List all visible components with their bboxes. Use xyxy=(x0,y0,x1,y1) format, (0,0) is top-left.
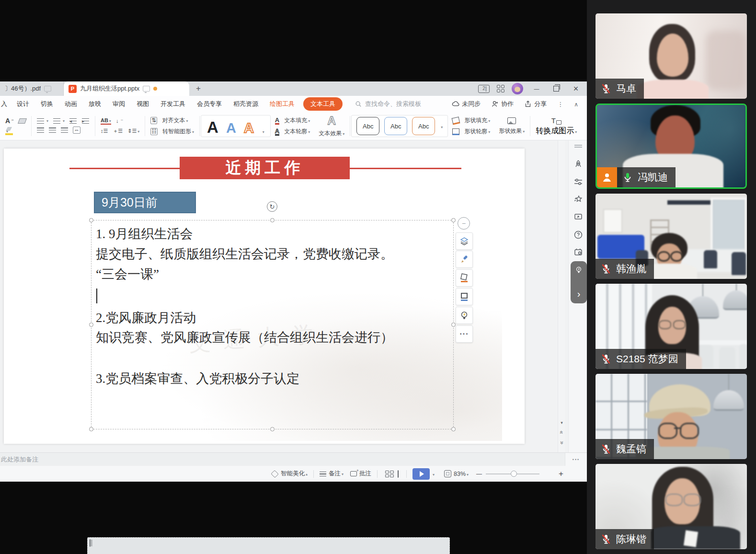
justify-button[interactable] xyxy=(61,127,68,133)
zoom-level[interactable]: 83% xyxy=(454,471,469,477)
spacing-options-button[interactable]: ⇕☰ xyxy=(127,128,139,134)
vertical-scrollbar[interactable] xyxy=(558,140,565,452)
fit-slide-button[interactable]: 83% xyxy=(444,470,469,477)
slide-canvas[interactable]: 交通大学 近期工作 9月30日前 1. 9月组织生活会 提交电子、 xyxy=(0,140,587,452)
zoom-in-button[interactable] xyxy=(559,469,563,479)
close-button[interactable] xyxy=(570,84,582,94)
command-search[interactable]: 查找命令、搜索模板 xyxy=(355,100,421,108)
resize-handle[interactable] xyxy=(451,427,456,431)
resize-handle[interactable] xyxy=(270,218,275,222)
shape-outline-button[interactable]: 形状轮廓 xyxy=(464,127,490,136)
notes-placeholder[interactable]: 此处添加备注 xyxy=(0,455,38,464)
pages-view-icon[interactable]: 2 xyxy=(478,85,490,93)
layers-button[interactable] xyxy=(456,232,473,250)
collapse-ribbon-icon[interactable] xyxy=(570,101,582,108)
brush-button[interactable] xyxy=(456,251,473,268)
resize-handle[interactable] xyxy=(451,218,456,222)
resize-handle[interactable] xyxy=(89,427,93,431)
menu-item-transition[interactable]: 切换 xyxy=(35,100,59,108)
align-right-button[interactable] xyxy=(49,127,56,133)
effects-star-icon[interactable] xyxy=(569,195,587,204)
grid-view-icon[interactable] xyxy=(497,85,504,92)
play-slideshow-button[interactable] xyxy=(412,468,430,480)
notes-bar[interactable]: 此处添加备注 ••• xyxy=(0,452,587,466)
shape-fill-quick-button[interactable] xyxy=(456,269,473,287)
add-space-button[interactable]: ＋☰ xyxy=(113,127,123,135)
distribute-button[interactable]: ⇔ xyxy=(73,127,80,134)
menu-item-docer[interactable]: 稻壳资源 xyxy=(228,100,264,108)
help-icon[interactable] xyxy=(569,230,587,240)
slide-sorter-view-button[interactable] xyxy=(383,469,396,479)
decrease-indent-button[interactable] xyxy=(69,118,77,124)
rocket-icon[interactable] xyxy=(569,160,587,169)
menu-item-slideshow[interactable]: 放映 xyxy=(83,100,107,108)
tips-panel[interactable] xyxy=(571,261,587,303)
play-options-icon[interactable] xyxy=(432,471,435,477)
participant-tile[interactable]: 魏孟镐 xyxy=(596,374,747,459)
smart-beautify-button[interactable]: 智能美化 xyxy=(271,470,308,478)
screen-share-icon[interactable] xyxy=(569,212,587,222)
resize-handle[interactable] xyxy=(270,427,275,431)
text-effects-button[interactable]: 文本效果 xyxy=(319,129,344,138)
numbered-list-button[interactable] xyxy=(53,118,65,124)
align-center-button[interactable] xyxy=(37,127,44,133)
shape-style-blue[interactable]: Abc xyxy=(384,117,407,135)
tab-presentation-active[interactable]: P 九月组织生活ppt.pptx xyxy=(64,81,189,96)
user-avatar[interactable] xyxy=(512,83,523,94)
shape-style-black[interactable]: Abc xyxy=(356,117,379,135)
bullet-list-button[interactable] xyxy=(37,118,48,124)
resize-handle[interactable] xyxy=(89,218,93,222)
increase-indent-button[interactable] xyxy=(82,118,90,124)
share-button[interactable]: 分享 xyxy=(520,100,550,108)
resize-handle[interactable] xyxy=(451,323,456,327)
next-slide-icon[interactable] xyxy=(558,439,565,446)
shrink-font-button[interactable]: A xyxy=(5,117,14,125)
wordart-black[interactable]: A xyxy=(207,119,218,135)
minimize-button[interactable] xyxy=(530,86,543,92)
highlight-color-button[interactable] xyxy=(5,127,13,135)
menu-item-design[interactable]: 设计 xyxy=(11,100,35,108)
rotate-handle[interactable] xyxy=(267,201,277,212)
participant-tile[interactable]: 马卓 xyxy=(596,13,747,99)
text-outline-button[interactable]: 文本轮廓 xyxy=(284,127,310,136)
menu-item-developer[interactable]: 开发工具 xyxy=(155,100,191,108)
menu-item-insert-partial[interactable]: 入 xyxy=(0,100,11,108)
participant-tile[interactable]: 韩渔胤 xyxy=(596,194,747,279)
menu-item-animation[interactable]: 动画 xyxy=(59,100,83,108)
participant-tile[interactable]: S2185 范梦园 xyxy=(596,284,747,369)
app-assistant-icon[interactable] xyxy=(569,247,587,257)
normal-view-button[interactable] xyxy=(87,537,450,554)
line-spacing-button[interactable]: ↕☰ xyxy=(101,128,108,134)
rail-drag-handle[interactable] xyxy=(569,144,587,148)
recommend-button[interactable] xyxy=(456,307,473,324)
reading-view-button[interactable] xyxy=(396,469,401,479)
shape-outline-quick-button[interactable] xyxy=(456,288,473,305)
character-border-button[interactable]: AB xyxy=(101,117,111,125)
zoom-slider-knob[interactable] xyxy=(511,471,517,477)
smart-graphic-button[interactable]: 转智能图形 xyxy=(162,127,194,136)
wordart-orange-outline[interactable]: A xyxy=(244,121,254,135)
sync-status-button[interactable]: 未同步 xyxy=(448,100,484,108)
resize-handle[interactable] xyxy=(89,323,93,327)
zoom-out-button[interactable] xyxy=(476,471,482,477)
text-fill-button[interactable]: 文本填充 xyxy=(284,116,310,125)
shape-style-more-icon[interactable] xyxy=(440,122,443,130)
wordart-more-icon[interactable] xyxy=(262,127,264,135)
tab-pdf-document[interactable]: 〕46号）.pdf xyxy=(0,81,64,96)
convert-diagram-button[interactable]: 转换成图示 xyxy=(536,126,577,136)
wordart-presets[interactable]: A A A xyxy=(201,115,271,137)
text-direction-button[interactable] xyxy=(116,118,123,124)
more-object-options-button[interactable] xyxy=(456,325,473,343)
new-tab-button[interactable] xyxy=(189,81,207,96)
slide[interactable]: 交通大学 近期工作 9月30日前 1. 9月组织生活会 提交电子、 xyxy=(4,149,525,444)
previous-slide-icon[interactable] xyxy=(558,429,565,436)
expand-panel-icon[interactable] xyxy=(577,289,581,299)
menu-item-drawing-tools[interactable]: 绘图工具 xyxy=(264,100,300,108)
more-options-icon[interactable] xyxy=(553,101,567,108)
notes-more-button[interactable]: ••• xyxy=(565,453,587,466)
notes-toggle-button[interactable]: 备注 xyxy=(320,470,344,478)
zoom-slider[interactable] xyxy=(486,473,539,474)
align-text-button[interactable]: 对齐文本 xyxy=(162,116,188,125)
collaborate-button[interactable]: 协作 xyxy=(487,100,517,108)
format-eraser-button[interactable] xyxy=(18,118,27,124)
